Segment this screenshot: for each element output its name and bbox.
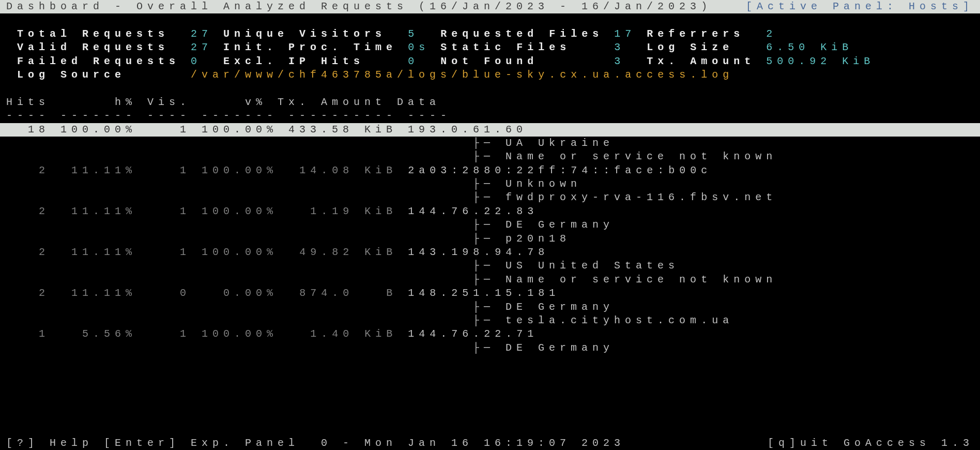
host-row[interactable]: 18 100.00% 1 100.00% 433.58 KiB 193.0.61… <box>0 123 980 137</box>
dashboard-header: Dashboard - Overall Analyzed Requests (1… <box>0 0 980 13</box>
host-detail: ├─ DE Germany <box>0 218 980 232</box>
summary-stats: Total Requests 27 Unique Visitors 5 Requ… <box>0 27 980 82</box>
header-title: Dashboard - Overall Analyzed Requests (1… <box>6 0 712 13</box>
summary-row: Valid Requests 27 Init. Proc. Time 0s St… <box>0 41 980 54</box>
log-source: Log Source /var/www/chf463785a/logs/blue… <box>0 68 980 82</box>
footer-quit[interactable]: [q]uit GoAccess 1.3 <box>768 437 974 450</box>
host-row[interactable]: 2 11.11% 1 100.00% 49.82 KiB 143.198.94.… <box>0 246 980 259</box>
host-detail: ├─ Name or service not known <box>0 150 980 163</box>
host-row[interactable]: 1 5.56% 1 100.00% 1.40 KiB 144.76.22.71 <box>0 327 980 341</box>
host-row[interactable]: 2 11.11% 1 100.00% 1.19 KiB 144.76.22.83 <box>0 205 980 218</box>
hosts-panel[interactable]: 18 100.00% 1 100.00% 433.58 KiB 193.0.61… <box>0 123 980 355</box>
host-detail: ├─ fwdproxy-rva-116.fbsv.net <box>0 191 980 204</box>
host-detail: ├─ DE Germany <box>0 341 980 355</box>
columns-header: Hits h% Vis. v% Tx. Amount Data <box>0 96 980 109</box>
host-row[interactable]: 2 11.11% 1 100.00% 14.08 KiB 2a03:2880:2… <box>0 164 980 177</box>
host-detail: ├─ US United States <box>0 259 980 273</box>
host-detail: ├─ DE Germany <box>0 301 980 314</box>
summary-row: Total Requests 27 Unique Visitors 5 Requ… <box>0 27 980 41</box>
host-detail: ├─ UA Ukraine <box>0 137 980 150</box>
columns-separator: ---- ------- ---- ------- ---------- ---… <box>0 109 980 123</box>
footer-help[interactable]: [?] Help [Enter] Exp. Panel 0 - Mon Jan … <box>6 437 625 450</box>
active-panel-indicator: [Active Panel: Hosts] <box>746 0 974 13</box>
host-detail: ├─ tesla.cityhost.com.ua <box>0 314 980 327</box>
host-detail: ├─ p20n18 <box>0 232 980 246</box>
host-detail: ├─ Name or service not known <box>0 273 980 287</box>
summary-row: Failed Requests 0 Excl. IP Hits 0 Not Fo… <box>0 55 980 68</box>
host-detail: ├─ Unknown <box>0 177 980 191</box>
host-row[interactable]: 2 11.11% 0 0.00% 874.0 B 148.251.15.181 <box>0 287 980 300</box>
footer-bar: [?] Help [Enter] Exp. Panel 0 - Mon Jan … <box>0 437 980 450</box>
